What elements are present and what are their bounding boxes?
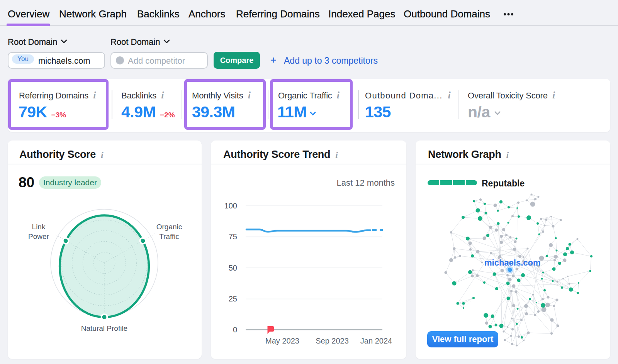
svg-text:michaels.com: michaels.com [484,258,541,267]
svg-text:Jan 2024: Jan 2024 [360,337,392,345]
svg-text:25: 25 [229,295,237,303]
svg-text:100: 100 [224,201,237,210]
svg-text:May 2023: May 2023 [265,337,299,345]
svg-text:0: 0 [233,325,237,334]
svg-text:75: 75 [229,232,237,241]
svg-text:50: 50 [229,264,237,272]
svg-text:Sep 2023: Sep 2023 [316,337,349,345]
